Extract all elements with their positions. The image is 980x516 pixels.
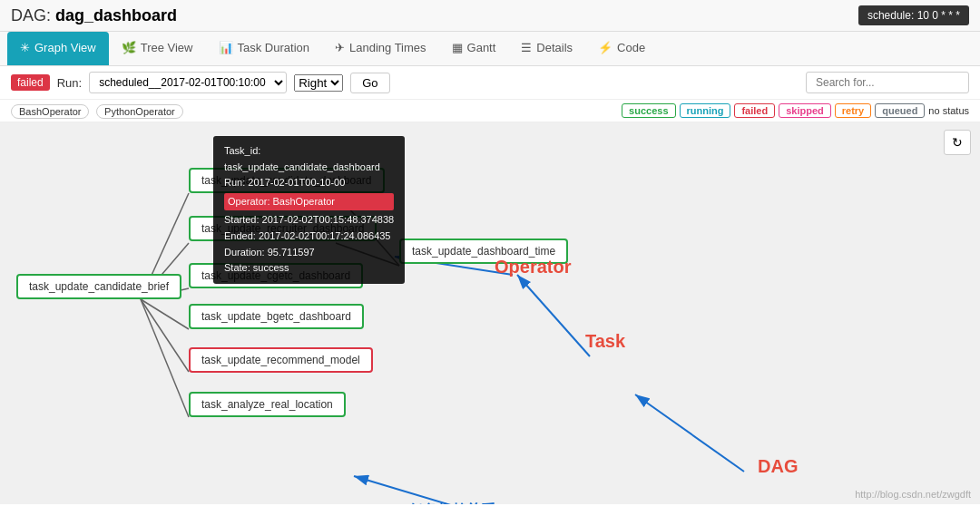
tooltip-operator: Operator: BashOperator bbox=[224, 193, 394, 211]
filter-badges: BashOperator PythonOperator success runn… bbox=[0, 100, 980, 122]
task-annotation: Task bbox=[585, 331, 762, 352]
controls-bar: failed Run: scheduled__2017-02-01T00:10:… bbox=[0, 66, 980, 100]
watermark: http://blog.csdn.net/zwgdft bbox=[855, 489, 971, 500]
status-running-badge[interactable]: running bbox=[680, 103, 731, 118]
refresh-button[interactable]: ↻ bbox=[944, 130, 971, 155]
tooltip-started: Started: 2017-02-02T00:15:48.374838 bbox=[224, 212, 394, 229]
tab-code[interactable]: ⚡ Code bbox=[585, 32, 658, 65]
tab-tree-view[interactable]: 🌿 Tree View bbox=[109, 32, 206, 65]
tab-details[interactable]: ☰ Details bbox=[508, 32, 585, 65]
tab-task-duration[interactable]: 📊 Task Duration bbox=[206, 32, 322, 65]
no-status-label: no status bbox=[928, 105, 969, 116]
tooltip-run: Run: 2017-02-01T00-10-00 bbox=[224, 175, 394, 191]
tooltip-task-id-value: task_update_candidate_dashboard bbox=[224, 160, 394, 176]
status-failed-badge[interactable]: failed bbox=[734, 103, 775, 118]
operator-filters: BashOperator PythonOperator bbox=[11, 104, 187, 118]
dag-annotation: DAG bbox=[758, 456, 885, 477]
tab-graph-view[interactable]: ✳ Graph View bbox=[7, 32, 109, 65]
tooltip-ended: Ended: 2017-02-02T00:17:24.086435 bbox=[224, 229, 394, 245]
tooltip-state: State: success bbox=[224, 260, 394, 277]
python-operator-badge[interactable]: PythonOperator bbox=[96, 104, 183, 119]
connections-svg bbox=[0, 122, 980, 504]
bash-operator-badge[interactable]: BashOperator bbox=[11, 104, 89, 119]
tooltip: Task_id: task_update_candidate_dashboard… bbox=[213, 136, 405, 284]
task-node-analyze-real-location[interactable]: task_analyze_real_location bbox=[189, 392, 346, 417]
operator-annotation: Operator bbox=[495, 257, 626, 277]
task-node-update-recommend-model[interactable]: task_update_recommend_model bbox=[189, 347, 373, 373]
schedule-badge: schedule: 10 0 * * * bbox=[858, 5, 969, 25]
tab-gantt[interactable]: ▦ Gantt bbox=[439, 32, 509, 65]
run-select[interactable]: scheduled__2017-02-01T00:10:00 bbox=[89, 72, 287, 93]
task-node-update-bgetc-dashboard[interactable]: task_update_bgetc_dashboard bbox=[189, 304, 364, 329]
svg-line-3 bbox=[141, 299, 189, 329]
svg-line-5 bbox=[141, 299, 189, 417]
svg-line-4 bbox=[141, 299, 189, 372]
status-skipped-badge[interactable]: skipped bbox=[779, 103, 831, 118]
task-node-update-candidate-brief[interactable]: task_update_candidate_brief bbox=[16, 274, 181, 299]
svg-line-12 bbox=[635, 394, 744, 472]
failed-badge: failed bbox=[11, 74, 50, 91]
dependency-annotation: 任务依赖关系 bbox=[408, 501, 495, 504]
tab-landing-times[interactable]: ✈ Landing Times bbox=[322, 32, 439, 65]
tree-icon: 🌿 bbox=[122, 41, 136, 54]
status-filters: success running failed skipped retry que… bbox=[622, 103, 969, 118]
gantt-icon: ▦ bbox=[452, 41, 463, 54]
plane-icon: ✈ bbox=[335, 41, 345, 54]
run-label: Run: bbox=[57, 76, 82, 90]
svg-line-13 bbox=[354, 476, 490, 504]
status-retry-badge[interactable]: retry bbox=[835, 103, 871, 118]
go-button[interactable]: Go bbox=[350, 73, 389, 93]
tooltip-task-id-label: Task_id: bbox=[224, 143, 394, 160]
direction-select[interactable]: Right bbox=[294, 74, 343, 92]
main-canvas: task_update_candidate_dashboard task_upd… bbox=[0, 122, 980, 504]
search-input[interactable] bbox=[806, 72, 969, 93]
graph-icon: ✳ bbox=[20, 41, 30, 54]
status-success-badge[interactable]: success bbox=[622, 103, 675, 118]
svg-line-11 bbox=[517, 275, 590, 356]
top-bar: DAG: dag_dashboard schedule: 10 0 * * * bbox=[0, 0, 980, 32]
details-icon: ☰ bbox=[521, 41, 532, 54]
status-queued-badge[interactable]: queued bbox=[875, 103, 925, 118]
dag-name: dag_dashboard bbox=[55, 6, 177, 24]
code-icon: ⚡ bbox=[598, 41, 612, 54]
dag-prefix: DAG: bbox=[11, 6, 51, 24]
tooltip-duration: Duration: 95.711597 bbox=[224, 245, 394, 261]
bar-chart-icon: 📊 bbox=[219, 41, 233, 54]
dag-title: DAG: dag_dashboard bbox=[11, 6, 177, 25]
nav-tabs: ✳ Graph View 🌿 Tree View 📊 Task Duration… bbox=[0, 32, 980, 66]
